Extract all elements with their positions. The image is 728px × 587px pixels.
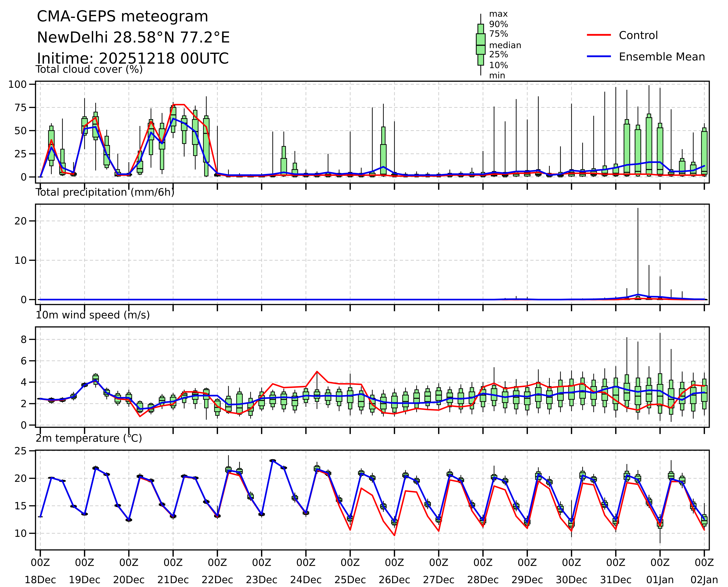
svg-text:26Dec: 26Dec xyxy=(379,574,410,586)
svg-text:02Jan: 02Jan xyxy=(690,574,718,586)
legend-label-max: max xyxy=(489,9,508,19)
svg-text:21Dec: 21Dec xyxy=(157,574,189,586)
box-whisker xyxy=(591,116,596,177)
panel-1-yticks: 01020 xyxy=(14,215,36,305)
box-whisker xyxy=(679,149,685,177)
panel-1-boxes xyxy=(38,208,707,300)
box-whisker xyxy=(502,121,508,177)
svg-text:10: 10 xyxy=(14,255,27,266)
svg-text:31Dec: 31Dec xyxy=(600,574,632,586)
svg-text:19Dec: 19Dec xyxy=(69,574,100,586)
ensemble-legend-label: Ensemble Mean xyxy=(619,50,705,64)
box-whisker xyxy=(702,373,707,416)
box-whisker xyxy=(668,349,674,422)
svg-text:01Jan: 01Jan xyxy=(646,574,674,586)
box-whisker xyxy=(524,119,530,177)
panel-2-boxes xyxy=(38,333,707,422)
svg-text:100: 100 xyxy=(8,78,27,90)
svg-text:10: 10 xyxy=(14,527,27,539)
header: CMA-GEPS meteogram NewDelhi 28.58°N 77.2… xyxy=(37,6,230,69)
ensemble-legend-icon xyxy=(585,51,615,62)
svg-text:50: 50 xyxy=(14,125,27,137)
box-whisker xyxy=(237,388,243,417)
svg-text:00Z: 00Z xyxy=(429,557,449,568)
legend-label-90: 90% xyxy=(489,19,508,29)
box-whisker xyxy=(281,132,287,177)
page-title: CMA-GEPS meteogram xyxy=(37,6,230,27)
svg-text:22Dec: 22Dec xyxy=(202,574,233,586)
svg-text:75: 75 xyxy=(14,102,27,113)
svg-text:00Z: 00Z xyxy=(385,557,404,568)
svg-text:00Z: 00Z xyxy=(341,557,360,568)
panel-3-boxes xyxy=(38,455,707,543)
box-whisker xyxy=(226,386,231,414)
box-whisker xyxy=(358,386,364,414)
panel-1-ensemble-line xyxy=(40,295,704,300)
panel-1-vgrid xyxy=(40,204,704,305)
box-whisker xyxy=(690,373,696,419)
box-whisker xyxy=(558,372,563,412)
box-whisker xyxy=(514,99,519,177)
box-whisker xyxy=(536,370,541,414)
box-whisker xyxy=(93,103,98,170)
panel-0-yticks: 0255075100 xyxy=(8,78,36,183)
box-whisker xyxy=(369,390,375,416)
svg-text:2: 2 xyxy=(21,398,27,409)
x-axis-labels: 00Z18Dec00Z19Dec00Z20Dec00Z21Dec00Z22Dec… xyxy=(24,557,719,586)
svg-text:20Dec: 20Dec xyxy=(113,574,145,586)
box-whisker xyxy=(602,368,608,413)
legend-label-75: 75% xyxy=(489,29,508,39)
box-whisker xyxy=(425,385,431,410)
svg-text:28Dec: 28Dec xyxy=(467,574,499,586)
svg-text:15: 15 xyxy=(14,500,27,512)
box-whisker xyxy=(281,389,287,412)
panel-3-frame xyxy=(36,450,709,550)
box-whisker xyxy=(536,96,541,177)
panel-3-yticks: 10152025 xyxy=(14,445,36,539)
svg-text:00Z: 00Z xyxy=(252,557,271,568)
svg-text:0: 0 xyxy=(21,171,27,183)
svg-text:8: 8 xyxy=(21,334,27,345)
box-whisker xyxy=(292,390,298,413)
svg-text:00Z: 00Z xyxy=(208,557,227,568)
box-whisker xyxy=(624,90,630,177)
panel-3-xticks xyxy=(40,550,704,557)
box-whisker xyxy=(436,383,441,409)
svg-text:30Dec: 30Dec xyxy=(555,574,587,586)
svg-text:4: 4 xyxy=(21,376,27,388)
svg-text:00Z: 00Z xyxy=(518,557,537,568)
svg-text:18Dec: 18Dec xyxy=(24,574,56,586)
svg-text:25: 25 xyxy=(14,445,27,457)
box-whisker xyxy=(303,170,309,177)
box-whisker xyxy=(624,337,630,412)
box-whisker xyxy=(635,208,641,300)
svg-text:27Dec: 27Dec xyxy=(423,574,455,586)
svg-text:24Dec: 24Dec xyxy=(290,574,322,586)
panel-2-yticks: 02468 xyxy=(21,334,36,431)
box-whisker xyxy=(336,386,342,411)
box-whisker xyxy=(646,265,652,300)
svg-text:25Dec: 25Dec xyxy=(334,574,366,586)
svg-text:00Z: 00Z xyxy=(75,557,94,568)
svg-text:00Z: 00Z xyxy=(695,557,714,568)
svg-text:20: 20 xyxy=(14,472,27,484)
legend-label-min: min xyxy=(489,71,505,80)
box-whisker xyxy=(558,146,563,177)
legend-label-median: median xyxy=(489,41,521,50)
meteogram-chart: 025507510001020024681015202500Z18Dec00Z1… xyxy=(0,0,728,587)
svg-text:00Z: 00Z xyxy=(163,557,183,568)
panel-1-frame xyxy=(36,204,709,305)
box-whisker xyxy=(391,121,397,177)
box-whisker xyxy=(203,388,209,420)
legend-label-25: 25% xyxy=(489,50,508,59)
box-whisker xyxy=(657,333,663,421)
box-whisker xyxy=(569,104,574,177)
box-whisker xyxy=(635,107,641,177)
control-legend-label: Control xyxy=(619,28,658,42)
panel-title-precip: Total precipitation (mm/6h) xyxy=(36,186,175,198)
panel-1-hgrid xyxy=(36,221,709,300)
svg-text:00Z: 00Z xyxy=(296,557,316,568)
svg-text:00Z: 00Z xyxy=(119,557,138,568)
box-whisker xyxy=(613,87,619,177)
box-whisker xyxy=(270,390,276,410)
